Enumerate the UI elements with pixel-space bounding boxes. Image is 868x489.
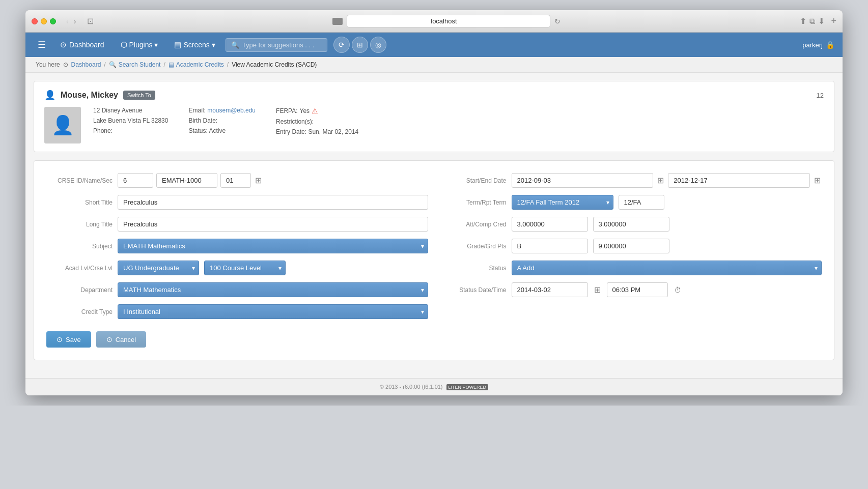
plugins-nav-item[interactable]: ⬡ Plugins ▾ — [115, 37, 164, 52]
entry-date-row: Entry Date: Sun, Mar 02, 2014 — [276, 128, 358, 135]
address-bar[interactable]: localhost — [347, 15, 550, 27]
screens-nav-item[interactable]: ▤ Screens ▾ — [168, 37, 221, 52]
hamburger-menu[interactable]: ☰ — [34, 37, 50, 52]
form-status-row: Status A Add — [440, 261, 822, 275]
search-student-icon: 🔍 — [109, 61, 117, 68]
back-button[interactable]: ‹ — [64, 16, 71, 26]
crse-id-input[interactable] — [118, 173, 153, 188]
student-avatar: 👤 — [44, 107, 81, 143]
phone-label: Phone: — [93, 127, 113, 134]
app-footer: © 2013 - r6.0.00 (t6.1.01) LITEN POWERED — [25, 378, 843, 395]
switch-to-button[interactable]: Switch To — [123, 91, 155, 100]
reload-button[interactable]: ↻ — [554, 17, 561, 25]
dashboard-nav-item[interactable]: ⊙ Dashboard — [54, 37, 110, 52]
crse-lvl-select[interactable]: 100 Course Level — [204, 261, 286, 275]
start-date-calendar-icon[interactable]: ⊞ — [656, 175, 665, 186]
nav-refresh-icon[interactable]: ⟳ — [333, 37, 350, 53]
you-here-label: You here — [36, 61, 60, 68]
start-end-date-label: Start/End Date — [440, 177, 507, 184]
search-bar[interactable]: 🔍 — [226, 38, 327, 52]
share-button[interactable]: ⬆ — [800, 16, 806, 26]
close-button[interactable] — [32, 18, 38, 24]
status-time-input[interactable] — [607, 282, 668, 297]
ferpa-value: Yes — [300, 107, 310, 114]
term-rpt-label: Term/Rpt Term — [440, 199, 507, 206]
reader-button[interactable]: ⊡ — [84, 15, 97, 27]
minimize-button[interactable] — [41, 18, 47, 24]
grade-input[interactable] — [512, 239, 588, 253]
department-select[interactable]: MATH Mathematics — [118, 282, 428, 297]
address1-row: 12 Disney Avenue — [93, 107, 168, 114]
screens-icon: ▤ — [174, 40, 181, 49]
save-label: Save — [66, 336, 81, 343]
email-value[interactable]: mousem@eb.edu — [207, 107, 256, 114]
breadcrumb-academic-credits[interactable]: ▤ Academic Credits — [169, 61, 224, 68]
student-address-col: 12 Disney Avenue Lake Buena Vista FL 328… — [93, 107, 168, 143]
end-date-input[interactable] — [668, 173, 810, 188]
new-tab-button[interactable]: + — [831, 16, 836, 26]
term-select[interactable]: 12/FA Fall Term 2012 — [512, 195, 613, 210]
cancel-icon: ⊙ — [106, 335, 113, 343]
cancel-button[interactable]: ⊙ Cancel — [96, 331, 146, 348]
status-time-clock-icon[interactable]: ⏱ — [673, 285, 682, 295]
user-info: parkerj 🔒 — [802, 41, 834, 49]
department-select-wrapper: MATH Mathematics — [118, 282, 428, 297]
crse-calendar-icon[interactable]: ⊞ — [254, 173, 263, 188]
long-title-input[interactable] — [118, 217, 428, 232]
maximize-button[interactable] — [50, 18, 56, 24]
end-date-calendar-icon[interactable]: ⊞ — [813, 175, 822, 186]
status-date-input[interactable] — [512, 282, 588, 297]
credit-type-label: Credit Type — [46, 308, 113, 315]
title-bar: ‹ › ⊡ localhost ↻ ⬆ ⧉ ⬇ + — [25, 10, 843, 33]
save-icon: ⊙ — [57, 335, 63, 343]
address2-value: Lake Buena Vista FL 32830 — [93, 117, 168, 124]
restrictions-label: Restriction(s): — [276, 118, 314, 125]
app-nav: ☰ ⊙ Dashboard ⬡ Plugins ▾ ▤ Screens ▾ 🔍 … — [25, 33, 843, 57]
tab-indicator — [332, 18, 343, 25]
student-contact-col: Email: mousem@eb.edu Birth Date: Status:… — [188, 107, 256, 143]
forward-button[interactable]: › — [72, 16, 78, 26]
nav-grid-icon[interactable]: ⊞ — [352, 37, 368, 53]
screens-nav-label: Screens — [183, 41, 209, 49]
short-title-input[interactable] — [118, 195, 428, 210]
start-date-input[interactable] — [512, 173, 654, 188]
form-status-label: Status — [440, 265, 507, 272]
breadcrumb-search-student[interactable]: 🔍 Search Student — [109, 61, 161, 68]
form-status-select[interactable]: A Add — [512, 261, 822, 275]
status-date-calendar-icon[interactable]: ⊞ — [593, 284, 602, 296]
grade-grd-pts-label: Grade/Grd Pts — [440, 243, 507, 250]
crse-sec-input[interactable] — [220, 173, 251, 188]
action-bar: ⊙ Save ⊙ Cancel — [46, 331, 822, 348]
download-button[interactable]: ⬇ — [818, 16, 825, 26]
student-ferpa-col: FERPA: Yes ⚠ Restriction(s): Entry Date:… — [276, 107, 358, 143]
search-input[interactable] — [242, 41, 322, 49]
credit-type-select[interactable]: I Institutional — [118, 304, 428, 319]
long-title-row: Long Title — [46, 217, 428, 232]
address1-value: 12 Disney Avenue — [93, 107, 143, 114]
acad-lvl-select[interactable]: UG Undergraduate — [118, 261, 199, 275]
breadcrumb-dashboard[interactable]: Dashboard — [71, 61, 101, 68]
phone-row: Phone: — [93, 127, 168, 134]
acad-lvl-label: Acad Lvl/Crse Lvl — [46, 265, 113, 272]
crse-name-input[interactable] — [156, 173, 217, 188]
student-id: 12 — [817, 92, 824, 99]
breadcrumb-search-student-label: Search Student — [119, 61, 161, 68]
subject-label: Subject — [46, 243, 113, 250]
acad-lvl-row: Acad Lvl/Crse Lvl UG Undergraduate 100 C… — [46, 261, 428, 275]
breadcrumb-home-icon: ⊙ — [63, 61, 68, 68]
breadcrumb: You here ⊙ Dashboard / 🔍 Search Student … — [25, 57, 843, 73]
rpt-term-input[interactable] — [619, 195, 664, 210]
save-button[interactable]: ⊙ Save — [46, 331, 91, 348]
crse-lvl-select-wrapper: 100 Course Level — [204, 261, 286, 275]
ferpa-row: FERPA: Yes ⚠ — [276, 107, 358, 115]
subject-select[interactable]: EMATH Mathematics — [118, 239, 428, 253]
status-date-row: Status Date/Time ⊞ ⏱ — [440, 282, 822, 297]
nav-icon-group: ⟳ ⊞ ◎ — [333, 37, 386, 53]
att-cred-input[interactable] — [512, 217, 588, 232]
person-icon: 👤 — [44, 90, 55, 101]
grd-pts-input[interactable] — [593, 239, 669, 253]
nav-circle-icon[interactable]: ◎ — [370, 37, 386, 53]
comp-cred-input[interactable] — [593, 217, 669, 232]
new-window-button[interactable]: ⧉ — [809, 16, 815, 26]
acad-lvl-select-wrapper: UG Undergraduate — [118, 261, 199, 275]
